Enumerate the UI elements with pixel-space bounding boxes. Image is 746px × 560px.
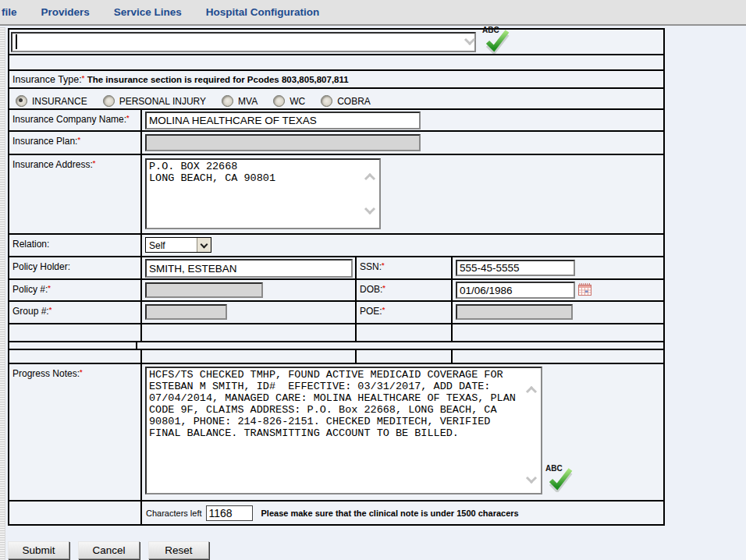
top-combo-input[interactable] <box>11 32 476 52</box>
required-asterisk: * <box>126 114 130 122</box>
required-asterisk: * <box>382 261 385 269</box>
relation-row: Relation: Self <box>9 235 663 257</box>
required-asterisk: * <box>77 136 80 144</box>
policy-number-row: Policy #:* DOB:* <box>9 280 663 302</box>
required-asterisk: * <box>82 74 85 82</box>
top-field-row: ABC <box>9 30 663 55</box>
company-name-input[interactable] <box>145 112 421 129</box>
empty-row <box>9 350 663 364</box>
progress-notes-textarea[interactable]: HCFS/TS CHECKED TMHP, FOUND ACTIVE MEDIC… <box>145 367 542 494</box>
relation-select-value: Self <box>146 238 197 252</box>
insurance-address-label: Insurance Address: <box>12 159 93 170</box>
insurance-plan-row: Insurance Plan:* <box>9 132 663 155</box>
nav-item-hospital-configuration[interactable]: Hospital Configuration <box>206 6 320 18</box>
top-nav-bar: file Providers Service Lines Hospital Co… <box>0 0 746 26</box>
radio-button-insurance[interactable] <box>16 95 27 107</box>
insurance-plan-input <box>145 134 421 151</box>
ssn-label: SSN: <box>360 261 382 272</box>
calendar-icon[interactable] <box>578 283 591 296</box>
spellcheck-abc-icon[interactable]: ABC <box>545 464 574 492</box>
relation-label: Relation: <box>12 239 49 250</box>
char-limit-note: Please make sure that the clinical note … <box>261 509 519 518</box>
radio-label: WC <box>290 96 305 107</box>
thin-spacer-row <box>9 342 663 350</box>
required-asterisk: * <box>80 368 83 376</box>
policy-number-input <box>145 282 263 298</box>
radio-button-cobra[interactable] <box>321 95 332 107</box>
characters-left-input[interactable] <box>206 505 253 521</box>
relation-select[interactable]: Self <box>145 237 211 253</box>
group-number-row: Group #:* POE:* <box>9 302 663 324</box>
submit-button[interactable]: Submit <box>8 541 69 559</box>
poe-input <box>456 304 573 320</box>
group-number-label: Group #: <box>12 306 49 317</box>
required-asterisk: * <box>48 284 51 292</box>
insurance-type-options-row: INSURANCE PERSONAL INJURY MVA WC COBRA <box>9 89 663 110</box>
char-counter-row: Characters left Please make sure that th… <box>9 502 663 524</box>
radio-option-wc[interactable]: WC <box>273 95 305 107</box>
nav-item-file[interactable]: file <box>2 6 17 18</box>
radio-option-insurance[interactable]: INSURANCE <box>16 95 87 107</box>
cancel-button[interactable]: Cancel <box>78 541 140 559</box>
company-name-row: Insurance Company Name:* <box>9 110 663 132</box>
policy-holder-label: Policy Holder: <box>12 261 70 272</box>
spacer-row <box>9 55 663 71</box>
required-asterisk: * <box>382 306 385 314</box>
dob-input[interactable] <box>456 282 575 299</box>
insurance-address-row: Insurance Address:* P.O. BOX 22668 LONG … <box>9 155 663 235</box>
company-name-label: Insurance Company Name: <box>12 114 126 125</box>
empty-row <box>9 324 663 342</box>
radio-label: MVA <box>238 96 258 107</box>
insurance-type-header-row: Insurance Type:* The insurance section i… <box>9 71 663 89</box>
nav-item-service-lines[interactable]: Service Lines <box>114 6 182 18</box>
radio-button-mva[interactable] <box>222 95 233 107</box>
insurance-type-label: Insurance Type: <box>12 74 82 85</box>
radio-option-mva[interactable]: MVA <box>222 95 258 107</box>
radio-button-wc[interactable] <box>273 95 285 107</box>
insurance-address-textarea[interactable]: P.O. BOX 22668 LONG BEACH, CA 90801 <box>145 158 381 229</box>
radio-button-personal-injury[interactable] <box>103 95 115 107</box>
radio-label: INSURANCE <box>32 96 87 107</box>
poe-label: POE: <box>360 306 382 317</box>
policy-number-label: Policy #: <box>12 284 48 295</box>
progress-notes-label: Progress Notes: <box>12 368 80 379</box>
select-dropdown-button[interactable] <box>197 238 211 252</box>
nav-item-providers[interactable]: Providers <box>41 6 90 18</box>
radio-label: PERSONAL INJURY <box>119 96 206 107</box>
required-asterisk: * <box>49 306 52 314</box>
characters-left-label: Characters left <box>146 509 202 518</box>
required-asterisk: * <box>382 284 385 292</box>
dob-label: DOB: <box>360 284 382 295</box>
spellcheck-abc-icon[interactable]: ABC <box>481 26 511 54</box>
chevron-down-icon <box>201 240 208 248</box>
required-asterisk: * <box>93 159 96 167</box>
reset-button[interactable]: Reset <box>148 541 209 559</box>
abc-label: ABC <box>482 26 499 34</box>
progress-notes-row: Progress Notes:* HCFS/TS CHECKED TMHP, F… <box>9 364 663 502</box>
insurance-plan-label: Insurance Plan: <box>12 136 77 147</box>
ssn-input[interactable] <box>456 260 575 276</box>
radio-option-personal-injury[interactable]: PERSONAL INJURY <box>103 95 206 107</box>
radio-label: COBRA <box>337 96 371 107</box>
insurance-form-table: ABC Insurance Type:* The insurance secti… <box>8 28 665 526</box>
text-caret <box>16 34 17 49</box>
left-gutter <box>0 27 5 560</box>
abc-label: ABC <box>545 464 563 473</box>
group-number-input <box>145 304 227 320</box>
insurance-type-note: The insurance section is required for Pc… <box>87 75 349 84</box>
radio-option-cobra[interactable]: COBRA <box>321 95 371 107</box>
policy-holder-input[interactable] <box>145 259 353 278</box>
policy-holder-row: Policy Holder: SSN:* <box>9 257 663 280</box>
